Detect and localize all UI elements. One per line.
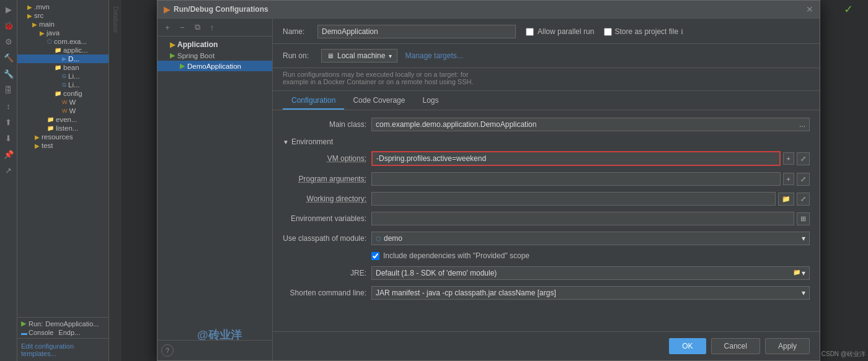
shorten-cmd-select[interactable]: JAR manifest - java -cp classpath.jar cl…: [371, 286, 810, 300]
tree-item-test[interactable]: ▶ test: [17, 141, 108, 150]
debug-icon[interactable]: 🐞: [2, 19, 16, 32]
settings-icon[interactable]: ⚙: [2, 35, 16, 48]
tools-icon[interactable]: 🔧: [2, 67, 16, 80]
environment-section-header[interactable]: ▼ Environment: [283, 137, 810, 146]
tree-item-src[interactable]: ▶ src: [17, 11, 108, 20]
vm-options-label: VM options:: [283, 154, 366, 163]
ok-button[interactable]: OK: [669, 338, 706, 354]
help-button[interactable]: ?: [161, 344, 174, 357]
jre-select[interactable]: Default (1.8 - SDK of 'demo' module) 📁 ▾: [371, 266, 810, 280]
include-deps-row: Include dependencies with "Provided" sco…: [283, 251, 810, 260]
tab-code-coverage[interactable]: Code Coverage: [344, 91, 414, 110]
run-icon[interactable]: ▶: [2, 2, 16, 16]
main-class-input[interactable]: [371, 118, 795, 131]
run-on-select[interactable]: 🖥 Local machine ▾: [321, 49, 397, 63]
project-sidebar: ▶ .mvn ▶ src ▶ main ▶ java ⬡ com.exa... …: [17, 0, 109, 361]
database-icon[interactable]: 🗄: [2, 83, 16, 97]
form-area: Main class: ... ▼ Environment: [273, 110, 820, 331]
tree-item-bean[interactable]: 📁 bean: [17, 63, 108, 72]
tree-item-resources[interactable]: ▶ resources: [17, 133, 108, 141]
run-on-row: Run on: 🖥 Local machine ▾ Manage targets…: [273, 44, 820, 68]
run-debug-icon: ▶: [164, 5, 170, 14]
tree-item-lib1[interactable]: G Li...: [17, 72, 108, 80]
include-deps-checkbox[interactable]: [371, 252, 379, 260]
apply-button[interactable]: Apply: [765, 338, 810, 354]
demo-app-label: DemoApplication: [187, 63, 241, 70]
tree-item-listener[interactable]: 📁 listen...: [17, 124, 108, 133]
program-args-input[interactable]: [371, 172, 781, 186]
allow-parallel-row: Allow parallel run: [526, 27, 594, 36]
tree-item-config[interactable]: 📁 config: [17, 89, 108, 98]
demo-application-item[interactable]: ▶ DemoApplication: [157, 61, 272, 71]
include-deps-label: Include dependencies with "Provided" sco…: [383, 251, 529, 260]
main-class-label: Main class:: [283, 120, 366, 129]
name-input[interactable]: [317, 25, 516, 38]
tab-logs[interactable]: Logs: [414, 91, 447, 110]
add-config-button[interactable]: +: [161, 21, 174, 33]
run-label: Run:: [29, 320, 43, 328]
endpoints-tab[interactable]: Endp...: [58, 329, 80, 336]
dropdown-arrow-icon: ▾: [389, 53, 392, 59]
local-machine-icon: 🖥: [327, 52, 334, 59]
config-header-row: Name: Allow parallel run Store as projec…: [273, 19, 820, 44]
working-dir-row: Working directory: 📁 ⤢: [283, 192, 810, 206]
dialog-overlay: ▶ Run/Debug Configurations ✕ + − ⧉ ↑: [109, 0, 868, 361]
move-up-config-button[interactable]: ↑: [206, 21, 218, 33]
program-args-expand-button[interactable]: +: [783, 173, 794, 185]
run-debug-dialog: ▶ Run/Debug Configurations ✕ + − ⧉ ↑: [157, 0, 820, 361]
build-icon[interactable]: 🔨: [2, 51, 16, 64]
scroll3-icon[interactable]: ⬇: [2, 131, 16, 145]
store-project-info-icon: ℹ: [681, 28, 683, 36]
copy-config-button[interactable]: ⧉: [191, 21, 203, 33]
working-dir-folder-button[interactable]: 📁: [778, 193, 794, 206]
scroll2-icon[interactable]: ⬆: [2, 115, 16, 129]
working-dir-field: 📁 ⤢: [371, 192, 810, 206]
vm-options-fullscreen-button[interactable]: ⤢: [797, 152, 810, 165]
shorten-cmd-row: Shorten command line: JAR manifest - jav…: [283, 286, 810, 300]
left-icon-bar: ▶ 🐞 ⚙ 🔨 🔧 🗄 ↕ ⬆ ⬇ 📌 ↗: [0, 0, 17, 361]
cancel-button[interactable]: Cancel: [711, 338, 760, 354]
tree-item-mvn[interactable]: ▶ .mvn: [17, 2, 108, 11]
store-project-checkbox[interactable]: [604, 28, 612, 36]
vm-options-row: VM options: + ⤢: [283, 151, 810, 166]
remove-config-button[interactable]: −: [176, 21, 188, 33]
scroll-icon[interactable]: ↕: [2, 99, 16, 113]
env-vars-browse-button[interactable]: ⊞: [797, 212, 810, 225]
close-button[interactable]: ✕: [806, 4, 813, 14]
tree-item-lib2[interactable]: G Li...: [17, 80, 108, 89]
share-icon[interactable]: ↗: [2, 163, 16, 177]
working-dir-expand-button[interactable]: ⤢: [797, 193, 810, 206]
application-group[interactable]: ▶ Application: [157, 39, 272, 50]
shorten-cmd-label: Shorten command line:: [283, 289, 366, 297]
classpath-label: Use classpath of module:: [283, 234, 366, 243]
local-machine-label: Local machine: [337, 51, 385, 60]
tree-item-demoapplication[interactable]: ▶ D...: [17, 54, 108, 63]
tree-item-w1[interactable]: W W: [17, 98, 108, 107]
tree-item-events[interactable]: 📁 even...: [17, 115, 108, 124]
edit-templates-link[interactable]: Edit configuration templates...: [17, 338, 108, 361]
tree-item-java[interactable]: ▶ java: [17, 28, 108, 37]
tree-item-w2[interactable]: W W: [17, 107, 108, 115]
tree-item-main[interactable]: ▶ main: [17, 20, 108, 28]
program-args-fullscreen-button[interactable]: ⤢: [797, 173, 810, 186]
main-class-browse-button[interactable]: ...: [795, 118, 810, 131]
jre-row: JRE: Default (1.8 - SDK of 'demo' module…: [283, 266, 810, 280]
classpath-row: Use classpath of module: ⬡ demo ▾: [283, 232, 810, 245]
jre-label: JRE:: [283, 269, 366, 277]
working-dir-input[interactable]: [371, 192, 776, 206]
vm-options-expand-button[interactable]: +: [783, 152, 794, 165]
jre-folder-icon: 📁: [793, 269, 800, 277]
spring-boot-group[interactable]: ▶ Spring Boot: [157, 50, 272, 61]
vm-options-input[interactable]: [371, 151, 781, 166]
allow-parallel-checkbox[interactable]: [526, 28, 534, 36]
tree-item-applic[interactable]: 📁 applic...: [17, 46, 108, 54]
env-vars-input[interactable]: [371, 212, 794, 225]
tab-configuration[interactable]: Configuration: [283, 91, 344, 110]
dialog-body: + − ⧉ ↑ ▶ Application: [157, 19, 820, 360]
pin-icon[interactable]: 📌: [2, 147, 16, 161]
console-tab[interactable]: ▬ Console: [21, 329, 53, 336]
classpath-select[interactable]: ⬡ demo ▾: [371, 232, 810, 245]
vm-options-field: + ⤢: [371, 151, 810, 166]
tree-item-comex[interactable]: ⬡ com.exa...: [17, 37, 108, 46]
manage-targets-link[interactable]: Manage targets...: [405, 51, 463, 60]
